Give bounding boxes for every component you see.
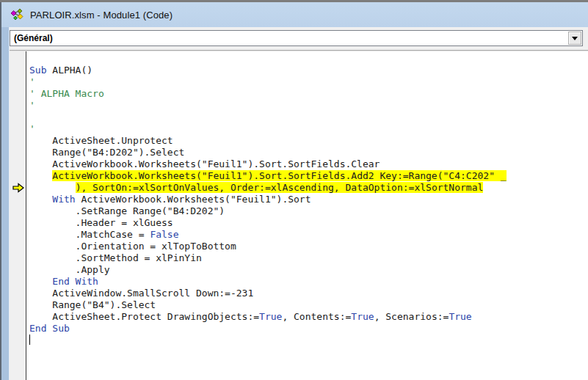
code-editor[interactable]: Sub ALPHA()'' ALPHA Macro'' ActiveSheet.… — [29, 51, 588, 380]
code-line[interactable]: ), SortOn:=xlSortOnValues, Order:=xlAsce… — [29, 182, 588, 194]
vba-module-icon — [10, 8, 25, 21]
vbe-code-window: PARLOIR.xlsm - Module1 (Code) (Général) … — [0, 0, 588, 380]
code-line[interactable]: .Header = xlGuess — [29, 217, 588, 229]
title-bar[interactable]: PARLOIR.xlsm - Module1 (Code) — [1, 2, 588, 27]
declarations-bar: (Général) — [10, 27, 588, 51]
code-line[interactable]: .Orientation = xlTopToBottom — [29, 241, 588, 252]
code-line[interactable]: .MatchCase = False — [29, 229, 588, 241]
object-dropdown[interactable]: (Général) — [10, 30, 583, 46]
code-line[interactable]: .SortMethod = xlPinYin — [29, 252, 588, 264]
code-line[interactable]: ActiveWindow.SmallScroll Down:=-231 — [29, 288, 588, 299]
object-dropdown-value: (Général) — [10, 33, 568, 43]
code-line[interactable]: Sub ALPHA() — [29, 65, 588, 76]
code-line[interactable]: ActiveWorkbook.Worksheets("Feuil1").Sort… — [29, 170, 588, 182]
code-lines: Sub ALPHA()'' ALPHA Macro'' ActiveSheet.… — [29, 65, 588, 346]
code-line[interactable]: ActiveWorkbook.Worksheets("Feuil1").Sort… — [29, 158, 588, 170]
code-line[interactable]: ' — [29, 76, 588, 88]
window-frame-left — [0, 2, 10, 380]
object-dropdown-button[interactable] — [568, 32, 581, 45]
code-line[interactable]: End Sub — [29, 323, 588, 335]
code-line[interactable]: ' ALPHA Macro — [29, 88, 588, 100]
text-caret — [29, 335, 30, 345]
code-line[interactable]: ActiveSheet.Protect DrawingObjects:=True… — [29, 311, 588, 323]
code-line[interactable] — [29, 335, 588, 346]
code-line[interactable]: Range("B4:D202").Select — [29, 147, 588, 158]
chevron-down-icon — [572, 37, 578, 40]
code-line[interactable]: With ActiveWorkbook.Worksheets("Feuil1")… — [29, 194, 588, 205]
margin-indicator-bar[interactable] — [10, 51, 26, 380]
code-line[interactable]: ActiveSheet.Unprotect — [29, 135, 588, 147]
code-pane: Sub ALPHA()'' ALPHA Macro'' ActiveSheet.… — [10, 51, 588, 380]
code-line[interactable]: .Apply — [29, 264, 588, 276]
code-line[interactable]: ' — [29, 123, 588, 135]
code-line[interactable]: ' — [29, 100, 588, 112]
window-title: PARLOIR.xlsm - Module1 (Code) — [30, 10, 173, 21]
code-line[interactable]: Range("B4").Select — [29, 299, 588, 311]
code-line[interactable] — [29, 112, 588, 123]
code-line[interactable]: End With — [29, 276, 588, 288]
execution-arrow-icon — [12, 183, 24, 193]
code-line[interactable]: .SetRange Range("B4:D202") — [29, 205, 588, 217]
